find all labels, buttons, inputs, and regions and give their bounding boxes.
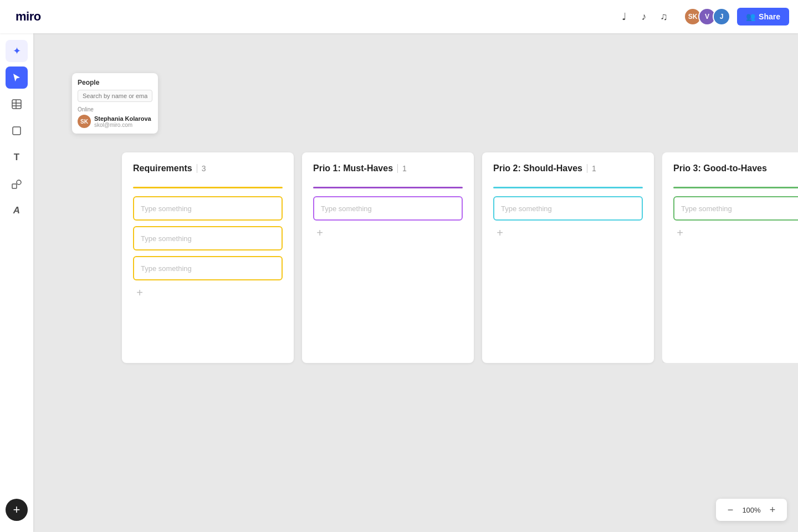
avatars: SK V J (684, 8, 730, 25)
col-count-prio2: 1 (592, 164, 596, 173)
sidebar-tool-text[interactable]: T (6, 146, 28, 168)
col-separator (397, 164, 398, 173)
column-prio2: Prio 2: Should-Haves 1 Type something + (482, 152, 654, 363)
card-placeholder: Type something (681, 204, 732, 213)
person-avatar: SK (78, 115, 91, 128)
sidebar-tool-table[interactable] (6, 93, 28, 115)
col-count-prio1: 1 (402, 164, 407, 173)
col-header-requirements: Requirements 3 (133, 163, 283, 179)
canvas: People Online SK Stephania Kolarova skol… (33, 33, 798, 532)
col-underline-prio3 (673, 187, 798, 188)
left-sidebar: ✦ T A + (0, 33, 33, 532)
card-placeholder: Type something (501, 204, 552, 213)
column-requirements: Requirements 3 Type something Type somet… (122, 152, 294, 363)
column-prio3-wrapper: Prio 3: Good-to-Haves Type something + (662, 152, 798, 363)
col-add-requirements[interactable]: + (133, 286, 146, 299)
col-separator (197, 164, 197, 173)
svg-rect-4 (13, 127, 21, 135)
people-panel-title: People (78, 79, 152, 86)
col-add-prio3[interactable]: + (673, 226, 687, 239)
toolbar-icons: ♩ ♪ ♫ (615, 8, 673, 25)
zoom-controls: − 100% + (716, 499, 787, 521)
card-placeholder: Type something (141, 204, 192, 213)
col-title-prio3: Prio 3: Good-to-Haves (673, 163, 767, 173)
svg-rect-5 (12, 184, 17, 188)
kanban-card-req-1[interactable]: Type something (133, 196, 283, 221)
share-icon: 👥 (746, 12, 755, 21)
column-prio1: Prio 1: Must-Haves 1 Type something + (302, 152, 474, 363)
music-icon-2[interactable]: ♪ (635, 8, 653, 25)
svg-rect-0 (12, 100, 21, 109)
music-icon-3[interactable]: ♫ (655, 8, 673, 25)
col-title-prio2: Prio 2: Should-Haves (493, 163, 582, 173)
kanban-card-req-3[interactable]: Type something (133, 256, 283, 280)
kanban-card-prio1-1[interactable]: Type something (313, 196, 463, 221)
svg-point-6 (17, 180, 21, 185)
kanban-card-req-2[interactable]: Type something (133, 226, 283, 250)
col-header-prio1: Prio 1: Must-Haves 1 (313, 163, 463, 179)
people-search-input[interactable] (78, 90, 152, 102)
share-button[interactable]: 👥 Share (737, 8, 789, 25)
column-prio3: Prio 3: Good-to-Haves Type something + (662, 152, 798, 363)
person-row: SK Stephania Kolarova skol@miro.com (78, 115, 152, 128)
avatar-3[interactable]: J (713, 8, 730, 25)
person-email: skol@miro.com (94, 122, 151, 128)
topbar: miro ♩ ♪ ♫ SK V J 👥 Share (0, 0, 798, 33)
sidebar-tool-ai[interactable]: ✦ (6, 40, 28, 62)
card-placeholder: Type something (141, 234, 192, 243)
kanban-card-prio3-1[interactable]: Type something (673, 196, 798, 221)
kanban-card-prio2-1[interactable]: Type something (493, 196, 643, 221)
zoom-level: 100% (741, 506, 761, 514)
topbar-right: ♩ ♪ ♫ SK V J 👥 Share (615, 8, 789, 25)
kanban-container: Requirements 3 Type something Type somet… (122, 152, 798, 363)
add-tool-button[interactable]: + (6, 499, 28, 521)
person-name: Stephania Kolarova (94, 115, 151, 122)
sidebar-tool-select[interactable] (6, 66, 28, 89)
sidebar-tool-font[interactable]: A (6, 200, 28, 222)
card-placeholder: Type something (321, 204, 372, 213)
col-title-prio1: Prio 1: Must-Haves (313, 163, 393, 173)
music-icon-1[interactable]: ♩ (615, 8, 633, 25)
col-title-requirements: Requirements (133, 163, 192, 173)
zoom-out-button[interactable]: − (724, 503, 737, 516)
col-header-prio3: Prio 3: Good-to-Haves (673, 163, 798, 179)
people-panel: People Online SK Stephania Kolarova skol… (72, 73, 158, 134)
sidebar-tool-sticky[interactable] (6, 120, 28, 142)
logo-area: miro (9, 6, 48, 27)
col-count-requirements: 3 (202, 164, 206, 173)
col-separator (587, 164, 587, 173)
person-info: Stephania Kolarova skol@miro.com (94, 115, 151, 128)
col-underline-prio2 (493, 187, 643, 188)
card-placeholder: Type something (141, 264, 192, 273)
col-underline-prio1 (313, 187, 463, 188)
people-online-label: Online (78, 106, 152, 112)
logo: miro (16, 9, 41, 24)
col-underline-requirements (133, 187, 283, 188)
zoom-in-button[interactable]: + (766, 503, 779, 516)
col-header-prio2: Prio 2: Should-Haves 1 (493, 163, 643, 179)
sidebar-tool-shapes[interactable] (6, 173, 28, 195)
col-add-prio1[interactable]: + (313, 226, 326, 239)
col-add-prio2[interactable]: + (493, 226, 507, 239)
